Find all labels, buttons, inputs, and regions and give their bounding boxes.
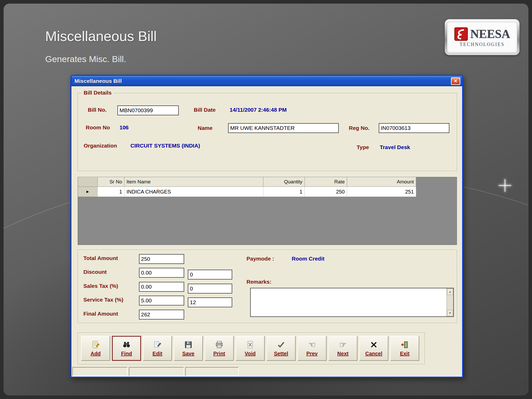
organization-label: Organization	[84, 143, 117, 149]
grid-header-quantity: Quantity	[263, 177, 305, 187]
void-button-label: Void	[245, 351, 256, 357]
final-amount-input[interactable]	[139, 310, 184, 320]
settle-button[interactable]: Settel	[267, 336, 296, 361]
grid-header-amount: Amount	[347, 177, 416, 187]
exit-icon	[400, 340, 409, 349]
cell-itemname: INDICA CHARGES	[124, 187, 263, 197]
find-icon	[122, 340, 131, 349]
status-panel-2	[129, 367, 184, 376]
reg-no-input[interactable]	[379, 123, 449, 133]
close-button[interactable]: ×	[451, 77, 460, 85]
remarks-input[interactable]	[251, 288, 447, 316]
neesa-logo: NEESA TECHNOLOGIES	[445, 19, 520, 55]
grid-row[interactable]: ► 1 INDICA CHARGES 1 250 251	[78, 187, 457, 197]
slide-title: Miscellaneous Bill	[45, 28, 157, 44]
void-button[interactable]: Void	[236, 336, 265, 361]
status-panel-3	[185, 367, 239, 376]
window-body: Bill Details Bill No. Bill Date 14/11/20…	[71, 86, 462, 377]
close-icon: ×	[454, 78, 457, 84]
save-icon	[184, 340, 193, 349]
exit-button-label: Exit	[400, 351, 410, 357]
room-no-value: 106	[119, 124, 129, 131]
edit-button-label: Edit	[152, 351, 162, 357]
sparkle-decoration	[499, 179, 511, 192]
settle-button-label: Settel	[274, 351, 288, 357]
window-titlebar[interactable]: Miscellaneous Bill ×	[71, 76, 462, 86]
cell-rate: 250	[305, 187, 347, 197]
type-value: Travel Desk	[380, 144, 410, 150]
prev-icon: ☜	[308, 340, 316, 349]
bill-date-label: Bill Date	[194, 107, 216, 113]
add-button[interactable]: Add	[81, 336, 110, 361]
type-label: Type	[357, 144, 369, 150]
prev-button[interactable]: ☜ Prev	[297, 336, 327, 361]
remarks-field[interactable]: ▲ ▼	[250, 288, 454, 317]
cell-amount: 251	[347, 187, 416, 197]
reg-no-label: Reg No.	[349, 125, 369, 131]
neesa-logo-icon	[454, 27, 468, 41]
slide-background: Miscellaneous Bill Generates Misc. Bill.…	[4, 4, 528, 395]
name-label: Name	[198, 125, 212, 131]
settle-icon	[277, 340, 285, 349]
cell-srno: 1	[98, 187, 124, 197]
add-icon	[91, 340, 100, 349]
save-button-label: Save	[182, 351, 195, 357]
total-amount-label: Total Amount	[83, 255, 118, 261]
cancel-icon	[369, 340, 378, 349]
edit-button[interactable]: Edit	[143, 336, 172, 361]
paymode-value: Room Credit	[292, 256, 324, 262]
bill-date-value: 14/11/2007 2:46:48 PM	[230, 107, 287, 113]
organization-value: CIRCUIT SYSTEMS (INDIA)	[130, 143, 200, 149]
paymode-label: Paymode :	[247, 256, 274, 262]
window-title: Miscellaneous Bill	[75, 78, 451, 84]
misc-bill-window: Miscellaneous Bill × Bill Details Bill N…	[70, 75, 463, 378]
status-panel-1	[72, 367, 128, 376]
exit-button[interactable]: Exit	[390, 336, 419, 361]
sales-tax-percent-input[interactable]	[139, 282, 184, 292]
edit-icon	[153, 340, 162, 349]
bill-details-group: Bill Details Bill No. Bill Date 14/11/20…	[78, 93, 457, 171]
discount-label: Discount	[83, 269, 107, 275]
bill-details-legend: Bill Details	[82, 90, 114, 96]
scroll-up-icon[interactable]: ▲	[447, 289, 453, 295]
room-no-label: Room No	[86, 124, 110, 131]
next-button-label: Next	[337, 351, 348, 357]
add-button-label: Add	[91, 351, 101, 357]
name-input[interactable]	[228, 123, 339, 133]
service-tax-label: Service Tax (%)	[83, 297, 123, 303]
scroll-down-icon[interactable]: ▼	[447, 310, 453, 316]
sales-tax-label: Sales Tax (%)	[83, 283, 118, 289]
totals-group: Total Amount Discount Sales Tax (%) Serv…	[78, 250, 457, 323]
remarks-scrollbar[interactable]: ▲ ▼	[447, 288, 453, 316]
neesa-logo-panel: NEESA TECHNOLOGIES	[447, 22, 517, 53]
print-icon	[215, 340, 224, 349]
prev-button-label: Prev	[306, 351, 317, 357]
discount-percent-input[interactable]	[139, 268, 184, 278]
logo-sub-text: TECHNOLOGIES	[460, 42, 505, 47]
next-icon: ☞	[339, 340, 347, 349]
service-tax-percent-input[interactable]	[139, 296, 184, 305]
save-button[interactable]: Save	[174, 336, 203, 361]
grid-header-srno: Sr No	[98, 177, 124, 187]
print-button[interactable]: Print	[205, 336, 234, 361]
toolbar: Add Find Edit	[78, 332, 425, 364]
remarks-label: Remarks:	[247, 279, 271, 285]
grid-header-rate: Rate	[305, 177, 347, 187]
print-button-label: Print	[213, 351, 225, 357]
cancel-button[interactable]: Cancel	[359, 336, 388, 361]
final-amount-label: Final Amount	[83, 311, 118, 317]
next-button[interactable]: ☞ Next	[328, 336, 357, 361]
grid-header-row: Sr No Item Name Quantity Rate Amount	[78, 177, 457, 187]
logo-brand-text: NEESA	[470, 28, 510, 40]
row-selector-icon: ►	[78, 187, 98, 197]
sales-tax-amount-input[interactable]	[188, 284, 232, 294]
find-button[interactable]: Find	[112, 336, 141, 361]
service-tax-amount-input[interactable]	[188, 297, 232, 307]
find-button-label: Find	[121, 351, 132, 357]
discount-amount-input[interactable]	[188, 270, 232, 280]
cell-quantity: 1	[263, 187, 305, 197]
void-icon	[246, 340, 255, 349]
total-amount-input[interactable]	[139, 254, 184, 264]
bill-no-input[interactable]	[117, 105, 179, 115]
bill-no-label: Bill No.	[88, 107, 107, 113]
